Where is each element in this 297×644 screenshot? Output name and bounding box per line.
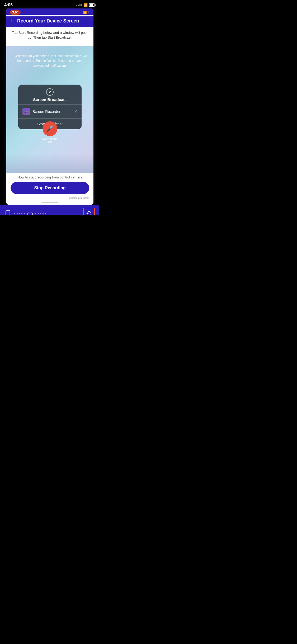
inner-status-bar: 3:04 📶 ☦ [10,10,90,15]
broadcast-number: 2 [46,88,54,96]
reset-rotate-button[interactable] [83,208,95,215]
instruction-text: Tap Start Recording below and a window w… [11,30,89,40]
screenshot-container: 3:04 📶 ☦ ‹ Record Your Device Screen Tap… [6,8,93,205]
inner-time-badge: 3:04 [10,10,21,15]
broadcast-title: Screen Broadcast [22,97,77,102]
signal-icon [76,4,82,6]
status-time: 4:06 [4,3,13,7]
recorder-app-icon: 📹 [22,108,30,115]
app-content: Tap Start Recording below and a window w… [6,27,93,46]
screen-recorder-label: © Screen Recorder [6,196,93,201]
inner-wifi-icon: 📶 [83,11,87,14]
inner-signal-icon: ☦ [88,11,90,14]
wifi-icon: 📶 [83,3,88,7]
help-link[interactable]: How to start recording from control cent… [6,173,93,182]
broadcast-recorder-option[interactable]: 📹 Screen Recorder ✓ [18,105,82,118]
slider-value: 0.0 [26,211,34,215]
battery-icon [89,3,95,7]
rotate-icon [4,209,12,215]
app-nav: ‹ Record Your Device Screen [6,16,93,27]
slider-row: 0.0 [4,208,95,215]
slider-track[interactable]: 0.0 [14,211,81,215]
mic-label: MicrophoneOn [42,137,57,144]
stop-recording-button[interactable]: Stop Recording [11,182,89,194]
scroll-indicator [42,202,58,203]
status-bar: 4:06 📶 [0,0,99,8]
broadcast-header: 2 Screen Broadcast [18,85,82,104]
mic-button-area: 🎤 MicrophoneOn [42,121,57,144]
bottom-toolbar: 0.0 Reset [0,205,99,215]
warning-text: Everything on your screen, including not… [6,54,93,68]
recorder-label: Screen Recorder [32,109,71,114]
status-icons: 📶 [76,3,95,7]
back-button[interactable]: ‹ [11,18,12,24]
app-title: Record Your Device Screen [16,18,81,24]
mic-button[interactable]: 🎤 [43,121,57,136]
inner-status-icons: 📶 ☦ [83,11,90,14]
checkmark-icon: ✓ [74,109,77,114]
preview-area: Everything on your screen, including not… [6,46,93,173]
